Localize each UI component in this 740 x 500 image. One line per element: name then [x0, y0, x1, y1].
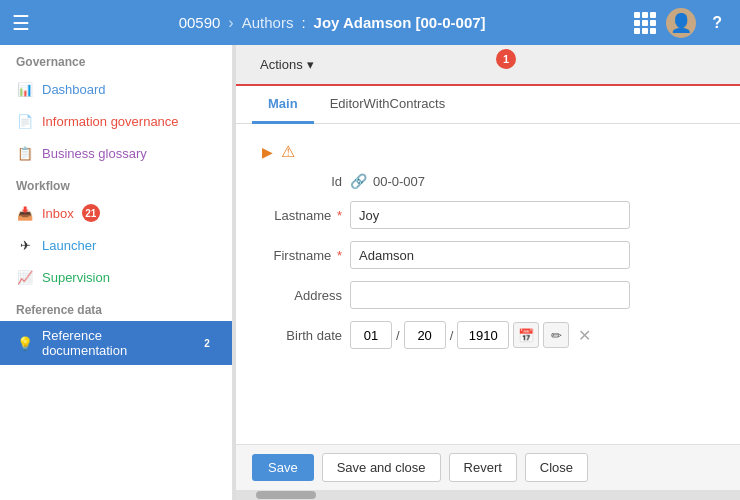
toolbar-notification-badge: 1: [496, 49, 516, 69]
firstname-label: Firstname *: [252, 248, 342, 263]
date-clear-button[interactable]: ✕: [573, 324, 595, 346]
horizontal-scrollbar[interactable]: [236, 490, 740, 500]
birthdate-year[interactable]: [457, 321, 509, 349]
sidebar-item-supervision[interactable]: 📈 Supervision: [0, 261, 232, 293]
sidebar-section-workflow: Workflow: [0, 169, 232, 197]
dashboard-icon: 📊: [16, 80, 34, 98]
warning-bar[interactable]: ▶ ⚠: [252, 136, 724, 167]
actions-button[interactable]: Actions ▾: [252, 53, 322, 76]
actions-dropdown-icon: ▾: [307, 57, 314, 72]
inbox-badge: 21: [82, 204, 100, 222]
tab-editor[interactable]: EditorWithContracts: [314, 86, 462, 124]
tabs-bar: Main EditorWithContracts: [236, 86, 740, 124]
sidebar-section-governance: Governance: [0, 45, 232, 73]
breadcrumb-title: Joy Adamson [00-0-007]: [314, 14, 486, 31]
firstname-required: *: [337, 248, 342, 263]
birthdate-inputs: / / 📅 ✏ ✕: [350, 321, 595, 349]
sidebar-section-refdata: Reference data: [0, 293, 232, 321]
lastname-required: *: [337, 208, 342, 223]
biz-glossary-icon: 📋: [16, 144, 34, 162]
sidebar-item-info-gov[interactable]: 📄 Information governance: [0, 105, 232, 137]
header: ☰ 00590 › Authors : Joy Adamson [00-0-00…: [0, 0, 740, 45]
sidebar-label-dashboard: Dashboard: [42, 82, 106, 97]
address-row: Address: [252, 275, 724, 315]
avatar[interactable]: 👤: [666, 8, 696, 38]
sidebar-item-ref-doc[interactable]: 💡 Reference documentation 2: [0, 321, 232, 365]
id-value-container: 🔗 00-0-007: [350, 173, 425, 189]
sidebar-item-inbox[interactable]: 📥 Inbox 21: [0, 197, 232, 229]
help-button[interactable]: ?: [706, 12, 728, 34]
birthdate-day[interactable]: [404, 321, 446, 349]
actions-label: Actions: [260, 57, 303, 72]
sidebar-label-biz-glossary: Business glossary: [42, 146, 147, 161]
address-label: Address: [252, 288, 342, 303]
id-label: Id: [252, 174, 342, 189]
breadcrumb-id: 00590: [179, 14, 221, 31]
sidebar: Governance 📊 Dashboard 📄 Information gov…: [0, 45, 233, 500]
main-layout: Governance 📊 Dashboard 📄 Information gov…: [0, 45, 740, 500]
tab-main[interactable]: Main: [252, 86, 314, 124]
h-scroll-thumb: [256, 491, 316, 499]
form-footer: Save Save and close Revert Close: [236, 444, 740, 490]
supervision-icon: 📈: [16, 268, 34, 286]
date-edit-button[interactable]: ✏: [543, 322, 569, 348]
ref-doc-badge: 2: [198, 334, 216, 352]
sidebar-item-biz-glossary[interactable]: 📋 Business glossary: [0, 137, 232, 169]
warning-icon: ⚠: [281, 142, 295, 161]
sidebar-label-inbox: Inbox: [42, 206, 74, 221]
sidebar-label-info-gov: Information governance: [42, 114, 179, 129]
firstname-input[interactable]: [350, 241, 630, 269]
birthdate-label: Birth date: [252, 328, 342, 343]
id-row: Id 🔗 00-0-007: [252, 167, 724, 195]
ref-doc-icon: 💡: [16, 334, 34, 352]
breadcrumb-authors: Authors: [242, 14, 294, 31]
apps-icon[interactable]: [634, 12, 656, 34]
sidebar-label-supervision: Supervision: [42, 270, 110, 285]
lastname-input[interactable]: [350, 201, 630, 229]
header-right: 👤 ?: [634, 8, 728, 38]
breadcrumb: 00590 › Authors : Joy Adamson [00-0-007]: [179, 14, 486, 32]
birthdate-month[interactable]: [350, 321, 392, 349]
date-sep1: /: [396, 328, 400, 343]
breadcrumb-colon: :: [301, 14, 305, 31]
id-link-icon: 🔗: [350, 173, 367, 189]
id-value: 00-0-007: [373, 174, 425, 189]
main-content: Actions ▾ 1 Main EditorWithContracts ▶ ⚠: [236, 45, 740, 500]
save-close-button[interactable]: Save and close: [322, 453, 441, 482]
lastname-row: Lastname *: [252, 195, 724, 235]
save-button[interactable]: Save: [252, 454, 314, 481]
hamburger-icon[interactable]: ☰: [12, 11, 30, 35]
close-button[interactable]: Close: [525, 453, 588, 482]
launcher-icon: ✈: [16, 236, 34, 254]
sidebar-label-ref-doc: Reference documentation: [42, 328, 190, 358]
address-input[interactable]: [350, 281, 630, 309]
birthdate-row: Birth date / / 📅 ✏ ✕: [252, 315, 724, 355]
firstname-row: Firstname *: [252, 235, 724, 275]
date-sep2: /: [450, 328, 454, 343]
triangle-icon: ▶: [262, 144, 273, 160]
inbox-icon: 📥: [16, 204, 34, 222]
form-area: ▶ ⚠ Id 🔗 00-0-007 Lastname *: [236, 124, 740, 444]
lastname-label: Lastname *: [252, 208, 342, 223]
breadcrumb-sep1: ›: [228, 14, 233, 32]
sidebar-item-launcher[interactable]: ✈ Launcher: [0, 229, 232, 261]
sidebar-label-launcher: Launcher: [42, 238, 96, 253]
revert-button[interactable]: Revert: [449, 453, 517, 482]
info-gov-icon: 📄: [16, 112, 34, 130]
calendar-icon-button[interactable]: 📅: [513, 322, 539, 348]
sidebar-item-dashboard[interactable]: 📊 Dashboard: [0, 73, 232, 105]
toolbar: Actions ▾ 1: [236, 45, 740, 86]
